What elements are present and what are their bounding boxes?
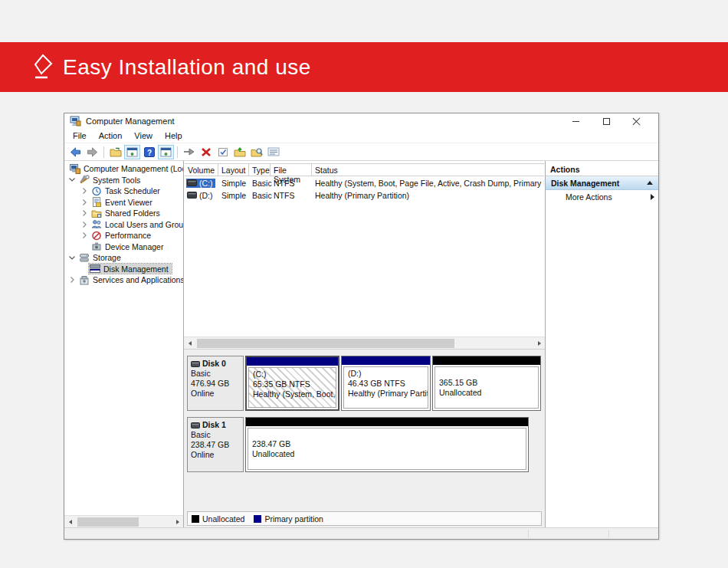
disk-1-label-box[interactable]: Disk 1 Basic 238.47 GB Online — [187, 417, 244, 472]
export-list-button[interactable] — [181, 145, 197, 159]
chevron-right-icon[interactable] — [80, 210, 89, 216]
close-button[interactable] — [621, 114, 652, 128]
device-manager-icon — [91, 241, 102, 251]
legend-label: Unallocated — [202, 514, 244, 524]
partition-c[interactable]: (C:) 65.35 GB NTFS Healthy (System, Boot… — [245, 356, 339, 411]
chevron-right-icon[interactable] — [67, 277, 77, 283]
console-window-icon — [126, 147, 138, 157]
chevron-right-icon[interactable] — [80, 188, 89, 194]
tree-item-disk-management[interactable]: Disk Management — [64, 264, 183, 275]
tree-item-system-tools[interactable]: System Tools — [64, 175, 183, 186]
volume-disk-icon — [187, 179, 197, 186]
menu-help[interactable]: Help — [159, 130, 189, 142]
scrollbar-thumb[interactable] — [197, 339, 454, 348]
forward-button[interactable] — [84, 145, 100, 159]
chevron-down-icon[interactable] — [67, 256, 77, 260]
volume-cell: (D:) — [186, 191, 215, 200]
tree-horizontal-scrollbar[interactable] — [64, 515, 183, 527]
scrollbar-thumb[interactable] — [77, 517, 139, 527]
partition-status: Unallocated — [252, 449, 522, 459]
tree-item-computer-management[interactable]: Computer Management (Local — [64, 163, 183, 175]
tree-item-event-viewer[interactable]: Event Viewer — [64, 197, 183, 208]
disk-management-icon — [90, 264, 100, 274]
properties-check-button[interactable] — [215, 145, 231, 159]
disk-icon — [191, 361, 200, 367]
menu-action[interactable]: Action — [93, 130, 129, 142]
menubar: File Action View Help — [64, 129, 658, 143]
tree-item-performance[interactable]: Performance — [64, 230, 183, 241]
details-view-icon — [267, 147, 280, 156]
actions-group-disk-management[interactable]: Disk Management — [546, 176, 658, 190]
scroll-right-arrow[interactable] — [533, 337, 545, 349]
back-icon — [70, 147, 81, 157]
volume-status: Healthy (System, Boot, Page File, Active… — [312, 179, 544, 188]
primary-partition-band — [247, 357, 338, 366]
partition-size: 365.15 GB — [439, 378, 534, 388]
column-header-layout[interactable]: Layout — [218, 164, 249, 176]
scroll-left-arrow[interactable] — [64, 516, 76, 527]
chevron-right-icon[interactable] — [80, 232, 89, 238]
tree-item-shared-folders[interactable]: Shared Folders — [64, 208, 183, 219]
tree-item-label: Storage — [92, 253, 122, 262]
back-button[interactable] — [67, 145, 84, 159]
actions-header: Actions — [546, 163, 658, 176]
tree-item-device-manager[interactable]: Device Manager — [64, 241, 183, 253]
unallocated-swatch — [192, 515, 199, 523]
titlebar[interactable]: Computer Management — [64, 113, 658, 129]
disk-0-label-box[interactable]: Disk 0 Basic 476.94 GB Online — [187, 356, 244, 411]
chevron-right-icon[interactable] — [80, 222, 89, 228]
tree-item-local-users-and-groups[interactable]: Local Users and Groups — [64, 219, 183, 231]
details-view-button[interactable] — [265, 145, 281, 159]
console-window-button[interactable] — [124, 145, 140, 159]
menu-view[interactable]: View — [128, 130, 159, 142]
storage-icon — [79, 253, 90, 263]
volume-file-system: NTFS — [271, 179, 312, 188]
scroll-left-arrow[interactable] — [184, 337, 195, 349]
column-header-volume[interactable]: Volume — [185, 164, 218, 176]
tree-item-storage[interactable]: Storage — [64, 252, 183, 264]
volume-disk-icon — [187, 192, 197, 199]
chevron-down-icon[interactable] — [67, 178, 77, 182]
open-folder-button[interactable] — [231, 145, 248, 159]
menu-file[interactable]: File — [67, 130, 93, 142]
window-controls — [560, 114, 652, 128]
volume-row-c[interactable]: (C:) Simple Basic NTFS Healthy (System, … — [185, 177, 544, 189]
task-scheduler-icon — [91, 186, 102, 196]
users-icon — [91, 219, 102, 229]
partition-status: Healthy (System, Boot, Pag — [253, 389, 332, 399]
tree-item-label: Device Manager — [104, 242, 164, 251]
column-header-status[interactable]: Status — [312, 164, 544, 176]
chevron-right-icon[interactable] — [80, 199, 89, 205]
show-console-tree-button[interactable] — [107, 145, 123, 159]
close-icon — [633, 117, 641, 125]
minimize-button[interactable] — [560, 114, 591, 128]
banner-title: Easy Installation and use — [63, 55, 311, 80]
disk-size: 476.94 GB — [191, 379, 240, 389]
properties-check-icon — [218, 147, 228, 157]
unallocated-region-disk0[interactable]: 365.15 GB Unallocated — [432, 356, 541, 411]
more-actions-item[interactable]: More Actions — [546, 190, 658, 204]
partition-d[interactable]: (D:) 46.43 GB NTFS Healthy (Primary Part… — [341, 356, 431, 411]
maximize-button[interactable] — [591, 114, 621, 128]
open-folder-icon — [234, 147, 246, 157]
volume-layout: Simple — [218, 179, 249, 188]
collapse-arrow-icon[interactable] — [647, 181, 653, 185]
volume-list: Volume Layout Type File System Status (C… — [184, 161, 545, 337]
console-window-alt-button[interactable] — [158, 145, 174, 159]
partition-size: 238.47 GB — [252, 439, 522, 449]
partition-status: Healthy (Primary Partitior — [348, 389, 424, 399]
scroll-right-arrow[interactable] — [172, 516, 183, 527]
volume-list-horizontal-scrollbar[interactable] — [184, 337, 545, 349]
partition-label: (D:) — [348, 369, 424, 379]
console-window-alt-icon — [160, 147, 172, 157]
unallocated-region-disk1[interactable]: 238.47 GB Unallocated — [245, 417, 529, 472]
find-folder-button[interactable] — [248, 145, 264, 159]
tree-item-task-scheduler[interactable]: Task Scheduler — [64, 186, 183, 197]
tree-item-services-and-applications[interactable]: Services and Applications — [64, 274, 183, 286]
column-header-file-system[interactable]: File System — [271, 164, 312, 176]
help-button[interactable]: ? — [141, 145, 157, 159]
column-header-type[interactable]: Type — [249, 164, 271, 176]
disk-name: Disk 0 — [202, 359, 226, 369]
delete-button[interactable] — [198, 145, 214, 159]
volume-row-d[interactable]: (D:) Simple Basic NTFS Healthy (Primary … — [185, 189, 544, 201]
